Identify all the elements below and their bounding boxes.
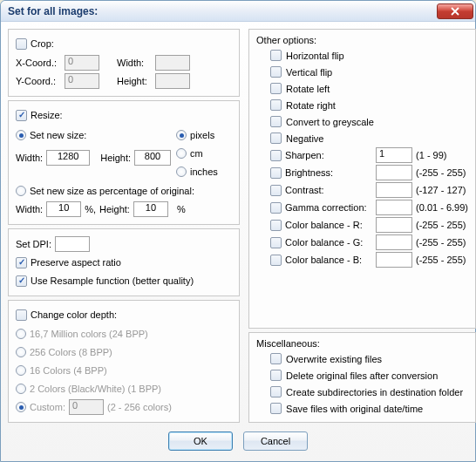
color-depth-group: Change color depth: 16,7 Million colors …: [8, 300, 240, 423]
change-color-depth-checkbox[interactable]: [16, 309, 27, 321]
cbg-input[interactable]: [376, 234, 412, 250]
greyscale-label: Convert to greyscale: [286, 117, 374, 127]
greyscale-checkbox[interactable]: [270, 116, 282, 127]
rotate-left-label: Rotate left: [286, 84, 330, 94]
pct-width-input[interactable]: 10: [46, 201, 81, 217]
resize-height-input[interactable]: 800: [134, 150, 171, 166]
depth-256-radio[interactable]: [16, 347, 26, 357]
pct-height-label: Height:: [99, 204, 130, 214]
brightness-checkbox[interactable]: [270, 167, 282, 179]
brightness-label: Brightness:: [285, 167, 372, 178]
xcoord-label: X-Coord.:: [16, 58, 61, 68]
pct-height-input[interactable]: 10: [133, 201, 168, 217]
depth-256-label: 256 Colors (8 BPP): [30, 347, 112, 357]
cbg-label: Color balance - G:: [285, 237, 372, 248]
contrast-checkbox[interactable]: [270, 185, 282, 196]
resize-checkbox[interactable]: [16, 110, 27, 121]
close-icon: [451, 7, 459, 16]
depth-16-radio[interactable]: [16, 365, 26, 376]
pct-suffix: %: [177, 204, 186, 214]
hflip-checkbox[interactable]: [270, 50, 282, 61]
crop-height-label: Height:: [117, 76, 152, 86]
gamma-input[interactable]: [376, 200, 412, 215]
sharpen-checkbox[interactable]: [270, 150, 282, 161]
cbb-input[interactable]: [376, 252, 412, 268]
overwrite-checkbox[interactable]: [270, 353, 282, 364]
resize-header: Resize:: [31, 110, 63, 120]
cbr-checkbox[interactable]: [270, 220, 282, 231]
depth-custom-label: Custom:: [30, 402, 65, 412]
brightness-range: (-255 - 255): [416, 167, 466, 178]
contrast-input[interactable]: [376, 182, 412, 198]
cancel-button[interactable]: Cancel: [243, 431, 308, 451]
negative-label: Negative: [286, 133, 323, 144]
unit-inches-radio[interactable]: [176, 166, 187, 177]
dpi-input[interactable]: [55, 236, 90, 252]
crop-checkbox[interactable]: [16, 38, 27, 50]
negative-checkbox[interactable]: [270, 132, 282, 144]
crop-group: Crop: X-Coord.: 0 Width: Y-Coord.: 0 Hei…: [8, 29, 240, 97]
crop-width-input[interactable]: [155, 55, 190, 71]
right-column: Other options: Horizontal flip Vertical …: [248, 29, 476, 423]
cbb-label: Color balance - B:: [285, 255, 372, 265]
unit-pixels-label: pixels: [190, 130, 214, 140]
vflip-label: Vertical flip: [286, 67, 332, 78]
misc-header: Miscellaneous:: [256, 338, 468, 350]
unit-pixels-radio[interactable]: [176, 130, 187, 140]
crop-height-input[interactable]: [155, 73, 190, 89]
crop-width-label: Width:: [117, 58, 152, 68]
resize-width-input[interactable]: 1280: [46, 150, 90, 166]
depth-custom-input[interactable]: 0: [69, 399, 104, 415]
rotate-right-label: Rotate right: [286, 100, 336, 111]
dialog-window: Set for all images: Crop: X-Coord.: 0: [0, 0, 476, 462]
delete-orig-checkbox[interactable]: [270, 370, 282, 381]
rotate-right-checkbox[interactable]: [270, 99, 282, 111]
pct-sep: %,: [85, 204, 96, 214]
subdirs-label: Create subdirectories in destination fol…: [286, 387, 463, 397]
gamma-label: Gamma correction:: [285, 202, 372, 213]
other-header: Other options:: [256, 35, 468, 47]
depth-custom-radio[interactable]: [16, 402, 26, 412]
cbr-range: (-255 - 255): [416, 220, 466, 230]
gamma-checkbox[interactable]: [270, 202, 282, 214]
resize-group: Resize: Set new size: Width: 1280: [8, 100, 240, 225]
brightness-input[interactable]: [376, 165, 412, 180]
unit-cm-radio[interactable]: [176, 148, 187, 159]
cbg-checkbox[interactable]: [270, 237, 282, 248]
resample-checkbox[interactable]: [16, 275, 27, 287]
pct-width-label: Width:: [16, 204, 43, 214]
delete-orig-label: Delete original files after conversion: [286, 370, 438, 381]
overwrite-label: Overwrite existing files: [286, 354, 382, 364]
button-row: OK Cancel: [8, 426, 468, 454]
resize-height-label: Height:: [100, 153, 131, 163]
unit-cm-label: cm: [190, 148, 203, 159]
titlebar[interactable]: Set for all images:: [1, 1, 475, 22]
preserve-ratio-checkbox[interactable]: [16, 257, 27, 268]
depth-167m-radio[interactable]: [16, 329, 26, 339]
savedate-checkbox[interactable]: [270, 403, 282, 414]
close-button[interactable]: [437, 3, 473, 19]
cbr-input[interactable]: [376, 217, 412, 233]
depth-custom-range: (2 - 256 colors): [107, 402, 172, 412]
rotate-left-checkbox[interactable]: [270, 83, 282, 94]
cbr-label: Color balance - R:: [285, 220, 372, 230]
sharpen-input[interactable]: 1: [376, 147, 412, 163]
set-pct-radio[interactable]: [16, 186, 26, 196]
window-title: Set for all images:: [8, 5, 98, 17]
cbb-checkbox[interactable]: [270, 255, 282, 266]
vflip-checkbox[interactable]: [270, 66, 282, 78]
xcoord-input[interactable]: 0: [65, 55, 99, 71]
ycoord-label: Y-Coord.:: [16, 76, 61, 86]
contrast-label: Contrast:: [285, 185, 372, 195]
contrast-range: (-127 - 127): [416, 185, 466, 195]
ok-button[interactable]: OK: [168, 431, 233, 451]
depth-2-radio[interactable]: [16, 384, 26, 394]
ycoord-input[interactable]: 0: [65, 73, 99, 89]
set-new-size-radio[interactable]: [16, 130, 26, 140]
subdirs-checkbox[interactable]: [270, 386, 282, 397]
depth-16-label: 16 Colors (4 BPP): [30, 365, 107, 376]
misc-group: Miscellaneous: Overwrite existing files …: [248, 332, 476, 423]
sharpen-label: Sharpen:: [285, 150, 372, 160]
color-depth-header: Change color depth:: [31, 309, 117, 320]
unit-inches-label: inches: [190, 166, 218, 177]
